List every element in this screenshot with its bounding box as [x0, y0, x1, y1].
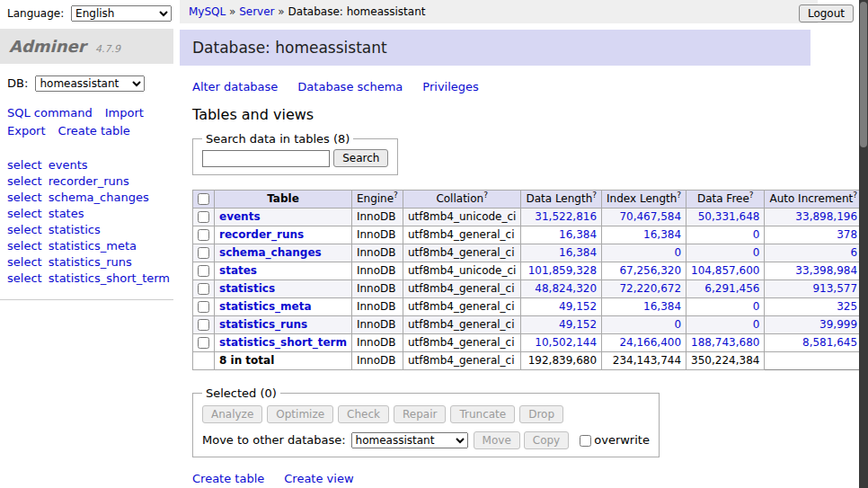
data-length-link[interactable]: 49,152: [559, 300, 597, 313]
search-input[interactable]: [202, 150, 330, 167]
auto-increment-link[interactable]: 325: [837, 300, 857, 313]
sidebar-select-link-statistics-short-term[interactable]: select: [7, 271, 42, 285]
sidebar-link-import[interactable]: Import: [105, 106, 144, 120]
row-checkbox[interactable]: [198, 211, 209, 223]
table-name-link[interactable]: states: [219, 264, 257, 277]
check-all-checkbox[interactable]: [198, 193, 209, 205]
sidebar-select-link-events[interactable]: select: [7, 158, 42, 172]
sidebar-select-link-statistics[interactable]: select: [7, 223, 42, 236]
help-icon[interactable]: ?: [592, 191, 597, 200]
sidebar-select-link-schema-changes[interactable]: select: [7, 191, 42, 204]
move-db-select[interactable]: homeassistant: [351, 432, 468, 448]
sidebar-table-link-states[interactable]: states: [49, 207, 84, 220]
data-length-link[interactable]: 31,522,816: [535, 210, 597, 223]
sidebar-table-link-recorder-runs[interactable]: recorder_runs: [49, 174, 129, 188]
data-free-link[interactable]: 188,743,680: [691, 336, 759, 349]
sidebar-select-link-recorder-runs[interactable]: select: [7, 174, 42, 188]
table-name-link[interactable]: events: [219, 210, 261, 223]
overwrite-checkbox[interactable]: [580, 435, 591, 447]
index-length-link[interactable]: 16,384: [643, 300, 681, 313]
auto-increment-link[interactable]: 8,581,645: [802, 336, 857, 349]
data-free-link[interactable]: 104,857,600: [691, 264, 759, 277]
repair-button[interactable]: Repair: [394, 405, 446, 423]
analyze-button[interactable]: Analyze: [202, 405, 262, 423]
row-checkbox[interactable]: [198, 337, 209, 349]
row-checkbox[interactable]: [198, 265, 209, 277]
data-length-link[interactable]: 16,384: [559, 228, 597, 241]
auto-increment-link[interactable]: 33,898,196: [795, 210, 857, 223]
move-button[interactable]: Move: [474, 431, 520, 449]
table-name-link[interactable]: schema_changes: [219, 246, 322, 259]
row-checkbox[interactable]: [198, 301, 209, 313]
data-length-link[interactable]: 101,859,328: [528, 264, 597, 277]
language-select[interactable]: English: [71, 5, 172, 22]
sidebar-table-link-statistics-meta[interactable]: statistics_meta: [49, 239, 137, 253]
help-icon[interactable]: ?: [749, 191, 754, 200]
breadcrumb-link-server[interactable]: Server: [239, 5, 274, 18]
action-link-database-schema[interactable]: Database schema: [297, 80, 403, 93]
sidebar-select-link-statistics-runs[interactable]: select: [7, 255, 42, 269]
table-name-link[interactable]: statistics_runs: [219, 318, 307, 331]
sidebar-table-link-statistics-short-term[interactable]: statistics_short_term: [49, 271, 170, 285]
sidebar-table-link-statistics[interactable]: statistics: [49, 223, 101, 236]
data-length-link[interactable]: 10,502,144: [535, 336, 597, 349]
auto-increment-link[interactable]: 39,999: [819, 318, 857, 331]
breadcrumb-link-mysql[interactable]: MySQL: [189, 5, 226, 18]
data-free-link[interactable]: 50,331,648: [698, 210, 760, 223]
auto-increment-link[interactable]: 913,577: [812, 282, 857, 295]
row-checkbox[interactable]: [198, 247, 209, 259]
auto-increment-link[interactable]: 378: [837, 228, 857, 241]
table-name-link[interactable]: statistics: [219, 282, 275, 295]
row-checkbox[interactable]: [198, 229, 209, 241]
action-link-alter-database[interactable]: Alter database: [192, 80, 278, 93]
check-button[interactable]: Check: [338, 405, 389, 423]
bottom-link-create-table[interactable]: Create table: [192, 472, 264, 485]
index-length-link[interactable]: 70,467,584: [619, 210, 681, 223]
data-length-link[interactable]: 16,384: [559, 246, 597, 259]
table-row-statistics-runs: statistics_runsInnoDButf8mb4_general_ci4…: [193, 316, 868, 334]
index-length-link[interactable]: 0: [674, 318, 681, 331]
optimize-button[interactable]: Optimize: [267, 405, 333, 423]
index-length-link[interactable]: 16,384: [643, 228, 681, 241]
bottom-link-create-view[interactable]: Create view: [284, 472, 353, 485]
help-icon[interactable]: ?: [394, 191, 398, 200]
help-icon[interactable]: ?: [853, 191, 857, 200]
sidebar-link-create-table[interactable]: Create table: [58, 124, 130, 138]
data-free-link[interactable]: 6,291,456: [704, 282, 759, 295]
copy-button[interactable]: Copy: [524, 431, 569, 449]
index-length-link[interactable]: 67,256,320: [619, 264, 681, 277]
index-length-link[interactable]: 24,166,400: [619, 336, 681, 349]
data-length-link[interactable]: 49,152: [559, 318, 597, 331]
db-select[interactable]: homeassistant: [35, 75, 145, 92]
data-free-link[interactable]: 0: [753, 300, 760, 313]
action-link-privileges[interactable]: Privileges: [422, 80, 479, 93]
data-length-link[interactable]: 48,824,320: [535, 282, 597, 295]
sidebar-table-link-statistics-runs[interactable]: statistics_runs: [49, 255, 132, 269]
auto-increment-link[interactable]: 33,398,984: [795, 264, 857, 277]
sidebar-link-sql-command[interactable]: SQL command: [7, 106, 93, 120]
table-name-link[interactable]: recorder_runs: [219, 228, 304, 241]
help-icon[interactable]: ?: [483, 191, 488, 200]
sidebar-table-link-schema-changes[interactable]: schema_changes: [49, 191, 149, 204]
data-free-link[interactable]: 0: [753, 228, 760, 241]
sidebar-table-link-events[interactable]: events: [49, 158, 88, 172]
sidebar-select-link-statistics-meta[interactable]: select: [7, 239, 42, 253]
scrollbar-thumb[interactable]: [860, 2, 867, 147]
row-checkbox[interactable]: [198, 319, 209, 331]
truncate-button[interactable]: Truncate: [450, 405, 515, 423]
data-free-link[interactable]: 0: [753, 246, 760, 259]
sidebar-link-export[interactable]: Export: [7, 124, 46, 138]
index-length-link[interactable]: 72,220,672: [619, 282, 681, 295]
drop-button[interactable]: Drop: [519, 405, 563, 423]
help-icon[interactable]: ?: [677, 191, 681, 200]
table-name-link[interactable]: statistics_meta: [219, 300, 312, 313]
data-free-link[interactable]: 0: [753, 318, 760, 331]
search-button[interactable]: Search: [333, 149, 388, 167]
auto-increment-link[interactable]: 6: [850, 246, 857, 259]
scrollbar[interactable]: [859, 0, 868, 488]
index-length-link[interactable]: 0: [674, 246, 681, 259]
logout-button[interactable]: Logout: [799, 4, 854, 22]
table-name-link[interactable]: statistics_short_term: [219, 336, 347, 349]
sidebar-select-link-states[interactable]: select: [7, 207, 42, 220]
row-checkbox[interactable]: [198, 283, 209, 295]
